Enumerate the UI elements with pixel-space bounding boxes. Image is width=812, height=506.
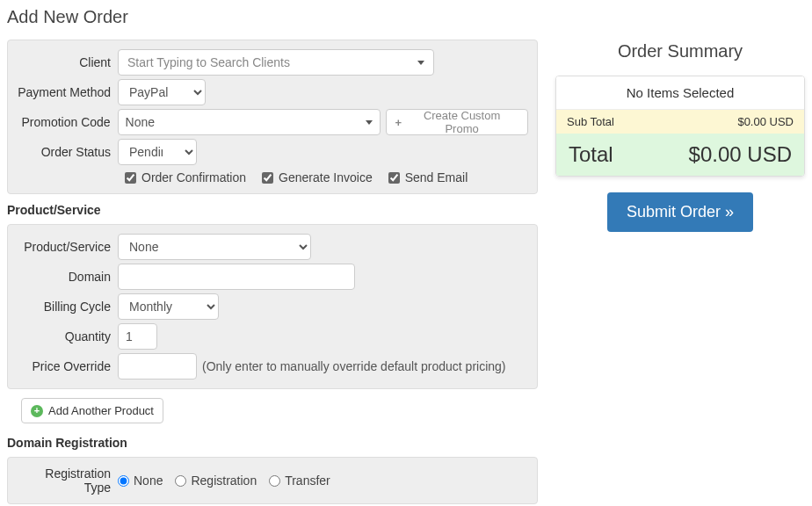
send-email-input[interactable] [388,172,400,184]
add-another-product-button[interactable]: + Add Another Product [21,398,163,423]
billing-cycle-label: Billing Cycle [17,300,118,314]
product-service-label: Product/Service [17,240,118,254]
promotion-code-select[interactable]: None [118,109,381,135]
send-email-label: Send Email [405,170,468,184]
send-email-checkbox[interactable]: Send Email [388,170,468,184]
registration-type-none[interactable]: None [118,473,163,488]
registration-type-registration[interactable]: Registration [175,473,257,488]
add-icon: + [31,405,43,417]
price-override-label: Price Override [17,359,118,373]
domain-input[interactable] [118,264,355,290]
domain-panel: Registration Type None Registration Tran… [7,457,538,504]
add-another-product-label: Add Another Product [48,404,154,417]
plus-icon: + [395,116,402,129]
client-label: Client [17,55,118,69]
generate-invoice-checkbox[interactable]: Generate Invoice [262,170,373,184]
chevron-down-icon [366,120,373,125]
payment-method-select[interactable]: PayPal [118,79,206,105]
registration-type-none-input[interactable] [118,475,129,487]
promotion-code-value: None [126,115,155,129]
product-panel: Product/Service None Domain Billing Cycl… [7,224,538,389]
registration-type-registration-input[interactable] [175,475,186,487]
order-panel: Client Start Typing to Search Clients Pa… [7,40,538,194]
promotion-code-label: Promotion Code [17,115,118,129]
order-confirmation-input[interactable] [125,172,136,184]
order-summary-subtotal-row: Sub Total $0.00 USD [556,110,804,134]
price-override-input[interactable] [118,353,197,380]
order-confirmation-checkbox[interactable]: Order Confirmation [125,170,246,184]
quantity-input[interactable] [118,323,157,350]
order-summary-box: No Items Selected Sub Total $0.00 USD To… [555,76,805,177]
create-custom-promo-button[interactable]: + Create Custom Promo [386,109,528,135]
product-section-heading: Product/Service [7,203,538,217]
generate-invoice-input[interactable] [262,172,273,184]
registration-type-none-label: None [134,473,163,488]
order-status-label: Order Status [17,145,118,159]
subtotal-label: Sub Total [567,115,614,128]
chevron-down-icon [417,61,424,65]
client-search-input[interactable]: Start Typing to Search Clients [118,49,434,76]
generate-invoice-label: Generate Invoice [279,170,373,184]
registration-type-registration-label: Registration [191,473,257,488]
create-custom-promo-label: Create Custom Promo [405,109,518,135]
submit-order-button[interactable]: Submit Order » [607,192,753,232]
subtotal-value: $0.00 USD [737,115,794,128]
registration-type-transfer-label: Transfer [285,473,330,488]
order-summary-title: Order Summary [555,41,805,61]
price-override-hint: (Only enter to manually override default… [202,359,506,373]
total-label: Total [569,142,613,167]
registration-type-label: Registration Type [17,466,118,495]
quantity-label: Quantity [17,329,118,343]
registration-type-transfer-input[interactable] [269,475,280,487]
registration-type-transfer[interactable]: Transfer [269,473,330,488]
order-summary-empty: No Items Selected [556,76,804,110]
order-confirmation-label: Order Confirmation [141,170,246,184]
total-value: $0.00 USD [689,142,792,167]
product-service-select[interactable]: None [118,234,311,260]
client-placeholder: Start Typing to Search Clients [127,55,290,69]
order-summary-total-row: Total $0.00 USD [556,134,804,176]
domain-label: Domain [17,270,118,284]
page-title: Add New Order [7,7,805,27]
domain-section-heading: Domain Registration [7,436,538,450]
payment-method-label: Payment Method [17,85,118,99]
order-status-select[interactable]: Pending [118,139,197,165]
billing-cycle-select[interactable]: Monthly [118,293,219,320]
